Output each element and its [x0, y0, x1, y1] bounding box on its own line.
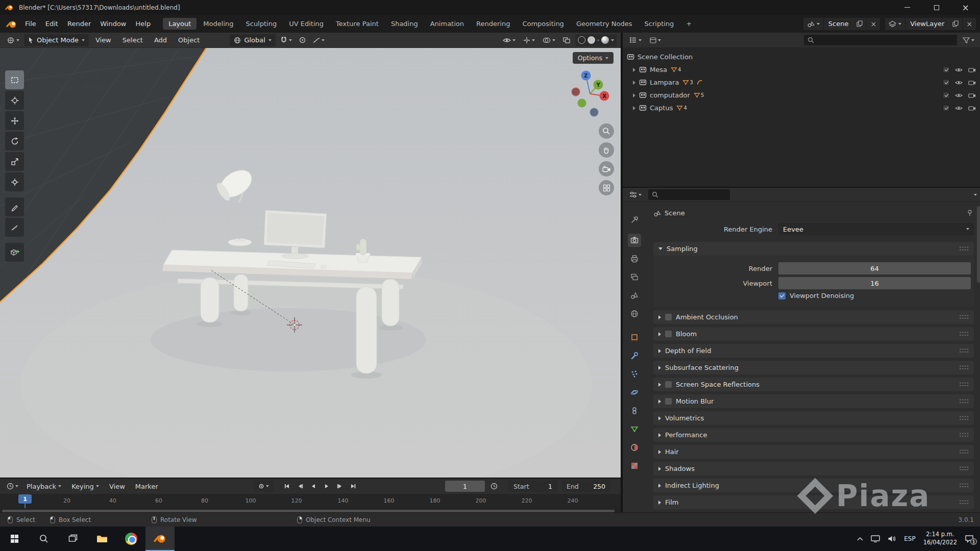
timeline-menu-playback[interactable]: Playback [22, 480, 66, 492]
tab-render[interactable] [628, 234, 641, 247]
drag-handle-icon[interactable] [959, 348, 969, 354]
properties-editor-type-button[interactable] [627, 189, 644, 201]
3d-viewport[interactable]: User Perspective (1) Captus | Pared Opti… [0, 48, 621, 478]
panel-volumetrics[interactable]: Volumetrics [653, 411, 974, 425]
drag-handle-icon[interactable] [959, 499, 969, 505]
proportional-editing-button[interactable] [297, 34, 308, 46]
scrollbar-handle[interactable] [2, 510, 615, 512]
drag-handle-icon[interactable] [959, 246, 969, 252]
tab-particles[interactable] [628, 367, 641, 381]
frame-end-field[interactable]: End 250 [561, 481, 610, 492]
add-workspace-button[interactable]: + [680, 18, 697, 30]
use-preview-range-button[interactable] [488, 481, 500, 492]
outliner-editor-type-button[interactable] [627, 34, 644, 46]
taskbar-search-button[interactable] [29, 527, 58, 551]
tab-tool[interactable] [628, 213, 641, 227]
panel-checkbox[interactable] [665, 381, 672, 388]
next-keyframe-button[interactable] [334, 481, 346, 492]
expand-icon[interactable] [633, 106, 635, 110]
tab-material[interactable] [628, 441, 641, 454]
tool-scale[interactable] [5, 152, 24, 171]
exclude-checkbox[interactable] [943, 79, 949, 86]
shading-solid-button[interactable] [587, 36, 595, 44]
drag-handle-icon[interactable] [959, 432, 969, 438]
tab-physics[interactable] [628, 386, 641, 399]
jump-to-end-button[interactable] [347, 481, 359, 492]
scene-unlink-button[interactable]: × [867, 18, 880, 30]
play-button[interactable] [321, 481, 333, 492]
outliner-search[interactable] [804, 35, 957, 45]
eye-icon[interactable] [955, 80, 963, 85]
shading-material-button[interactable] [597, 39, 599, 41]
gizmo-negative-z[interactable] [590, 108, 598, 116]
tool-measure[interactable] [5, 218, 24, 237]
viewport-menu-add[interactable]: Add [150, 34, 172, 46]
tab-view-layer[interactable] [628, 270, 641, 284]
panel-indirect-lighting[interactable]: Indirect Lighting [653, 479, 974, 492]
panel-checkbox[interactable] [665, 398, 672, 405]
tool-transform[interactable] [5, 172, 24, 191]
sampling-panel-header[interactable]: Sampling [653, 242, 974, 256]
scene-new-button[interactable] [853, 18, 867, 30]
viewport-samples-field[interactable]: 16 [778, 277, 971, 289]
timeline-menu-keying[interactable]: Keying [67, 480, 104, 492]
workspace-tab-animation[interactable]: Animation [425, 18, 470, 30]
outliner-row-mesa[interactable]: Mesa 4 [623, 63, 980, 76]
tab-constraints[interactable] [628, 404, 641, 417]
current-frame-field[interactable]: 1 [445, 481, 485, 492]
properties-scrollbar[interactable] [977, 206, 980, 283]
panel-checkbox[interactable] [665, 331, 672, 337]
properties-search-input[interactable] [660, 191, 726, 198]
drag-handle-icon[interactable] [959, 483, 969, 488]
language-indicator[interactable]: ESP [904, 535, 915, 542]
timeline-menu-view[interactable]: View [105, 480, 130, 492]
viewlayer-new-button[interactable] [949, 18, 963, 30]
exclude-checkbox[interactable] [943, 92, 949, 98]
camera-icon[interactable] [968, 92, 976, 98]
tab-object-data[interactable] [628, 422, 641, 436]
editor-type-button[interactable] [4, 34, 22, 46]
drag-handle-icon[interactable] [959, 466, 969, 471]
maximize-button[interactable] [922, 0, 951, 15]
tab-modifiers[interactable] [628, 349, 641, 362]
panel-subsurface-scattering[interactable]: Subsurface Scattering [653, 361, 974, 374]
expand-icon[interactable] [633, 81, 635, 85]
shading-rendered-button[interactable] [601, 36, 609, 44]
eye-icon[interactable] [955, 93, 963, 98]
tab-world[interactable] [628, 307, 641, 320]
panel-ambient-occlusion[interactable]: Ambient Occlusion [653, 310, 974, 324]
speaker-icon[interactable] [888, 535, 896, 542]
timeline-menu-marker[interactable]: Marker [131, 480, 163, 492]
outliner-display-mode-button[interactable] [647, 34, 664, 46]
outliner-search-input[interactable] [816, 37, 953, 44]
shading-wireframe-button[interactable] [578, 36, 585, 44]
expand-icon[interactable] [633, 68, 635, 72]
scene-browse-button[interactable] [803, 18, 824, 30]
clock[interactable]: 2:14 p.m. 16/04/2022 [923, 531, 957, 546]
jump-to-start-button[interactable] [281, 481, 293, 492]
gizmo-negative-y[interactable] [578, 99, 586, 108]
tab-object[interactable] [628, 331, 641, 344]
workspace-tab-geometry-nodes[interactable]: Geometry Nodes [571, 18, 638, 30]
proportional-falloff-button[interactable] [310, 34, 327, 46]
menu-render[interactable]: Render [63, 18, 95, 30]
workspace-tab-shading[interactable]: Shading [385, 18, 424, 30]
workspace-tab-rendering[interactable]: Rendering [471, 18, 516, 30]
file-explorer-button[interactable] [87, 527, 116, 551]
camera-icon[interactable] [968, 80, 976, 85]
start-button[interactable] [0, 527, 29, 551]
outliner-row-computador[interactable]: computador 5 [623, 89, 980, 102]
camera-icon[interactable] [968, 67, 976, 72]
outliner-row-lampara[interactable]: Lampara 3 [623, 76, 980, 89]
pan-hand-button[interactable] [599, 142, 614, 158]
panel-shadows[interactable]: Shadows [653, 462, 974, 475]
mode-dropdown[interactable]: Object Mode [24, 34, 89, 46]
expand-icon[interactable] [633, 93, 635, 97]
tool-cursor[interactable] [5, 91, 24, 110]
properties-options-caret[interactable] [974, 194, 977, 196]
panel-bloom[interactable]: Bloom [653, 327, 974, 341]
render-samples-field[interactable]: 64 [778, 262, 971, 274]
gizmo-negative-x[interactable] [572, 88, 580, 96]
workspace-tab-sculpting[interactable]: Sculpting [240, 18, 282, 30]
drag-handle-icon[interactable] [959, 314, 969, 320]
